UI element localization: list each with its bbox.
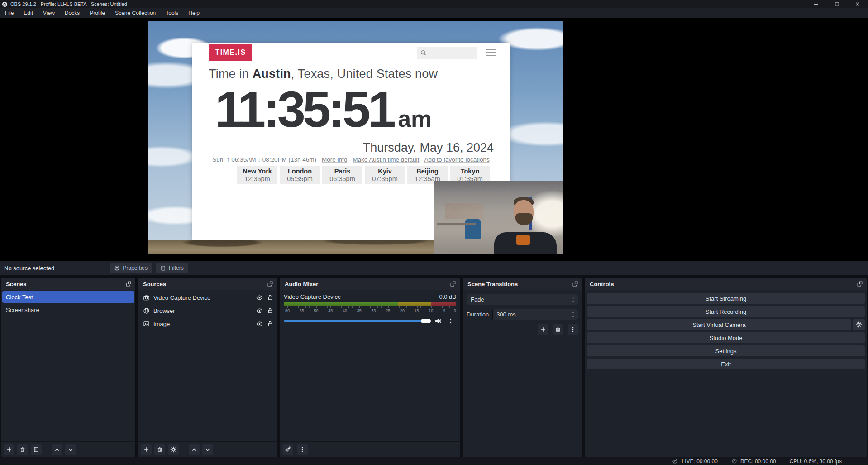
sources-panel: Sources Video Capture Device Browser Ima… xyxy=(138,277,277,457)
world-clock-newyork: New York12:35pm xyxy=(237,166,277,184)
webcam-office-wall xyxy=(445,203,483,219)
world-clock-kyiv: Kyiv07:35pm xyxy=(365,166,405,184)
menu-scene-collection[interactable]: Scene Collection xyxy=(110,8,161,18)
lock-icon[interactable] xyxy=(267,307,273,314)
world-clock-london: London05:35pm xyxy=(280,166,320,184)
menu-edit[interactable]: Edit xyxy=(19,8,38,18)
timeis-sun-info: Sun: ↑ 06:35AM ↓ 08:20PM (13h 46m) - Mor… xyxy=(192,156,510,163)
menu-profile[interactable]: Profile xyxy=(85,8,110,18)
timeis-logo: TIME.IS xyxy=(209,44,252,61)
properties-button[interactable]: Properties xyxy=(110,263,152,273)
sources-title: Sources xyxy=(143,281,166,288)
title-bar: OBS 29.1.2 - Profile: LLHLS BETA - Scene… xyxy=(0,0,868,8)
popout-icon[interactable] xyxy=(572,281,578,287)
selection-status: No source selected xyxy=(4,265,54,272)
source-row-video-capture[interactable]: Video Capture Device xyxy=(138,292,277,303)
mixer-menu-button[interactable] xyxy=(297,444,308,455)
mixer-channel-menu-button[interactable] xyxy=(445,316,456,326)
lock-icon[interactable] xyxy=(267,294,273,301)
timeis-search-box xyxy=(417,47,477,59)
add-scene-button[interactable] xyxy=(4,444,14,455)
volume-slider-handle[interactable] xyxy=(421,319,431,323)
preview-canvas[interactable]: TIME.IS Time in Austin, Texas, United St… xyxy=(0,18,868,261)
audio-mixer-panel: Audio Mixer Video Capture Device 0.0 dB … xyxy=(280,277,460,457)
duration-label: Duration xyxy=(467,311,489,318)
popout-icon[interactable] xyxy=(267,281,273,287)
hamburger-menu-icon xyxy=(486,49,496,56)
menu-bar: File Edit View Docks Profile Scene Colle… xyxy=(0,8,868,18)
visibility-eye-icon[interactable] xyxy=(256,321,263,327)
add-transition-button[interactable] xyxy=(538,324,548,335)
mixer-channel-name: Video Capture Device xyxy=(284,293,341,300)
world-clock-paris: Paris06:35pm xyxy=(322,166,362,184)
timeis-date: Thursday, May 16, 2024 xyxy=(363,141,494,155)
advanced-audio-button[interactable] xyxy=(282,444,293,455)
gear-icon xyxy=(114,265,120,271)
popout-icon[interactable] xyxy=(450,281,456,287)
popout-icon[interactable] xyxy=(125,281,132,287)
maximize-button[interactable] xyxy=(826,0,847,8)
exit-button[interactable]: Exit xyxy=(587,359,865,369)
menu-help[interactable]: Help xyxy=(183,8,205,18)
scene-item-clock-test[interactable]: Clock Test xyxy=(2,291,134,303)
duration-spinner[interactable]: 300 ms xyxy=(492,309,578,320)
virtual-camera-settings-button[interactable] xyxy=(853,319,865,330)
scene-filters-button[interactable] xyxy=(31,444,42,455)
minimize-button[interactable] xyxy=(806,0,826,8)
filters-button[interactable]: Filters xyxy=(156,263,188,273)
scene-item-screenshare[interactable]: Screenshare xyxy=(2,304,134,316)
scene-down-button[interactable] xyxy=(65,444,76,455)
filter-icon xyxy=(160,265,166,271)
timeis-heading: Time in Austin, Texas, United States now xyxy=(209,67,498,81)
add-source-button[interactable] xyxy=(141,444,152,455)
duration-value: 300 ms xyxy=(496,311,516,318)
spinner-arrows-icon[interactable] xyxy=(568,311,578,318)
studio-mode-button[interactable]: Studio Mode xyxy=(587,332,865,343)
select-arrows-icon xyxy=(568,294,578,305)
program-video: TIME.IS Time in Austin, Texas, United St… xyxy=(148,21,563,254)
controls-panel: Controls Start Streaming Start Recording… xyxy=(585,277,867,457)
transitions-title: Scene Transitions xyxy=(467,281,518,288)
add-favorite-link: Add to favorite locations xyxy=(424,156,490,163)
source-properties-button[interactable] xyxy=(168,444,179,455)
menu-view[interactable]: View xyxy=(38,8,60,18)
menu-tools[interactable]: Tools xyxy=(161,8,183,18)
volume-slider[interactable] xyxy=(284,319,431,323)
start-recording-button[interactable]: Start Recording xyxy=(587,306,865,317)
clock-digits: 11:35:51 xyxy=(215,81,393,138)
clock-ampm: am xyxy=(398,105,432,132)
start-streaming-button[interactable]: Start Streaming xyxy=(587,293,865,304)
source-up-button[interactable] xyxy=(189,444,200,455)
remove-transition-button[interactable] xyxy=(553,324,563,335)
source-down-button[interactable] xyxy=(202,444,213,455)
dock-area: Scenes Clock Test Screenshare Sources Vi… xyxy=(0,275,868,457)
remove-source-button[interactable] xyxy=(154,444,165,455)
source-row-image[interactable]: Image xyxy=(138,318,277,330)
menu-docks[interactable]: Docks xyxy=(60,8,85,18)
transition-select[interactable]: Fade xyxy=(467,294,578,305)
speaker-icon[interactable] xyxy=(434,317,442,325)
webcam-office-chair xyxy=(465,219,481,239)
webcam-person xyxy=(488,194,563,254)
scenes-panel: Scenes Clock Test Screenshare xyxy=(1,277,136,457)
lock-icon[interactable] xyxy=(267,321,273,327)
search-icon xyxy=(420,49,427,56)
source-toolbar: No source selected Properties Filters xyxy=(0,261,868,275)
popout-icon[interactable] xyxy=(857,281,863,287)
globe-icon xyxy=(143,307,150,314)
visibility-eye-icon[interactable] xyxy=(256,294,263,301)
visibility-eye-icon[interactable] xyxy=(256,307,263,314)
settings-button[interactable]: Settings xyxy=(587,345,865,356)
obs-logo-icon xyxy=(2,1,8,7)
source-row-browser[interactable]: Browser xyxy=(138,305,277,316)
scene-up-button[interactable] xyxy=(52,444,62,455)
webcam-overlay xyxy=(434,181,563,254)
menu-file[interactable]: File xyxy=(0,8,19,18)
transition-menu-button[interactable] xyxy=(568,324,578,335)
start-virtual-camera-button[interactable]: Start Virtual Camera xyxy=(587,319,851,330)
controls-title: Controls xyxy=(590,281,614,288)
meter-scale: -60-55-50-45-40-35-30-25-20-15-10-50 xyxy=(284,308,456,313)
remove-scene-button[interactable] xyxy=(17,444,28,455)
more-info-link: More info xyxy=(322,156,347,163)
close-button[interactable] xyxy=(847,0,868,8)
